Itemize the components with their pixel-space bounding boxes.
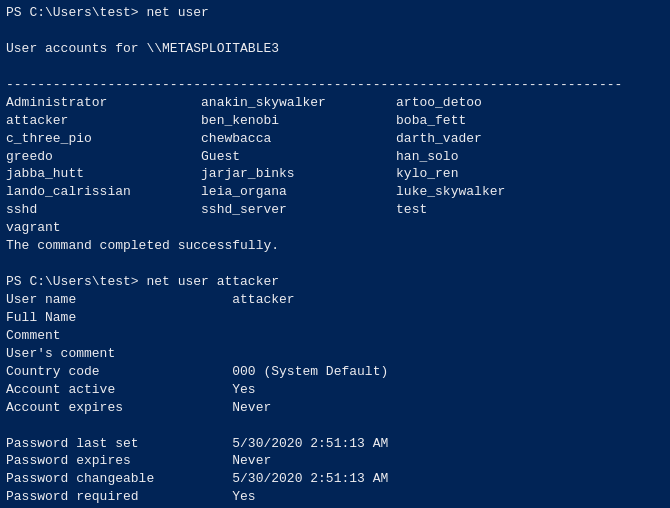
terminal-window: PS C:\Users\test> net user User accounts… xyxy=(0,0,670,508)
